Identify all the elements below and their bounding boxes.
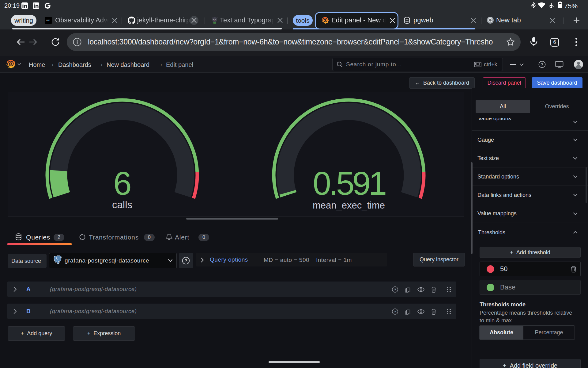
- svg-text:?: ?: [185, 258, 187, 263]
- svg-text:?: ?: [394, 310, 396, 314]
- svg-text:?: ?: [541, 62, 543, 67]
- svg-text:?: ?: [394, 288, 396, 292]
